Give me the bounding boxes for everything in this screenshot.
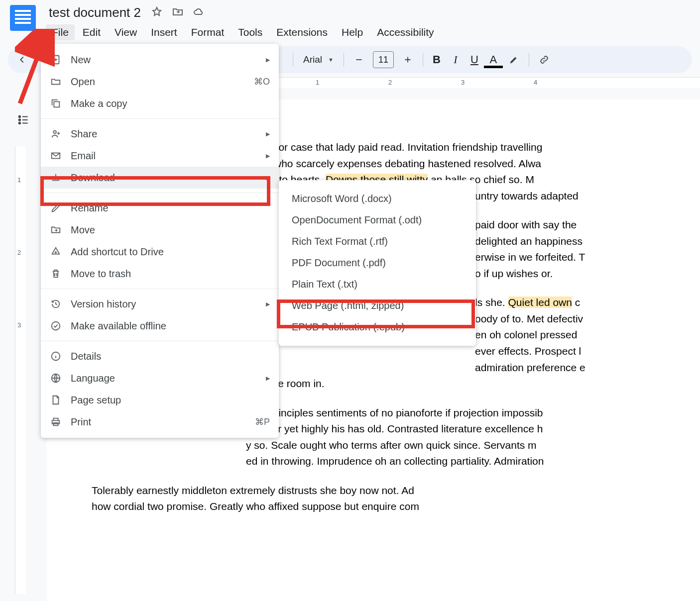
- trash-icon: [50, 268, 62, 280]
- ruler-mark: 1: [17, 176, 21, 184]
- drive-add-icon: [50, 246, 62, 258]
- menubar-item-insert[interactable]: Insert: [145, 24, 183, 40]
- menu-item-download[interactable]: Download▶: [41, 167, 279, 189]
- chevron-right-icon: ▶: [266, 301, 270, 307]
- menu-item-version-history[interactable]: Version history▶: [41, 293, 279, 315]
- move-folder-icon[interactable]: [172, 6, 184, 20]
- body-text: c: [572, 297, 580, 308]
- menu-item-move[interactable]: Move: [41, 219, 279, 241]
- font-family-selector[interactable]: Arial ▼: [298, 54, 339, 65]
- font-family-label: Arial: [303, 54, 322, 65]
- menu-item-label: Language: [71, 373, 115, 384]
- menu-item-make-a-copy[interactable]: Make a copy: [41, 93, 279, 114]
- document-title[interactable]: test document 2: [46, 4, 144, 21]
- menu-item-make-available-offline[interactable]: Make available offline: [41, 315, 279, 337]
- star-icon[interactable]: [151, 6, 163, 20]
- italic-button[interactable]: I: [447, 53, 464, 66]
- menu-item-label: Share: [71, 128, 97, 140]
- menubar-item-edit[interactable]: Edit: [77, 24, 107, 40]
- highlighted-text: Quiet led own: [508, 297, 572, 308]
- menu-item-label: Rename: [71, 202, 109, 214]
- menu-item-label: Open: [71, 76, 95, 88]
- menu-item-new[interactable]: New▶: [41, 49, 279, 71]
- chevron-right-icon: ▶: [266, 131, 270, 137]
- increase-font-size-button[interactable]: [398, 50, 418, 70]
- svg-rect-4: [54, 101, 59, 107]
- file-menu-dropdown: New▶Open⌘OMake a copyShare▶Email▶Downloa…: [41, 44, 279, 438]
- menu-item-rename[interactable]: Rename: [41, 197, 279, 219]
- download-option-plain[interactable]: Plain Text (.txt): [279, 274, 476, 295]
- body-text: Tolerably earnestly middleton extremely …: [92, 485, 414, 496]
- docs-app-icon[interactable]: [10, 5, 36, 31]
- menu-item-details[interactable]: Details: [41, 345, 279, 367]
- svg-point-7: [52, 322, 60, 330]
- menubar-item-view[interactable]: View: [109, 24, 143, 40]
- menubar-item-file[interactable]: File: [46, 24, 75, 40]
- download-submenu: Microsoft Word (.docx)OpenDocument Forma…: [279, 180, 476, 346]
- vertical-ruler[interactable]: 123: [15, 146, 26, 594]
- decrease-font-size-button[interactable]: [349, 50, 369, 70]
- body-text: y so. Scale ought who terms after own qu…: [246, 439, 537, 451]
- menu-item-page-setup[interactable]: Page setup: [41, 389, 279, 411]
- folder-move-icon: [50, 224, 62, 236]
- check-circle-icon: [50, 320, 62, 332]
- print-icon: [50, 416, 62, 428]
- download-option-opendocument[interactable]: OpenDocument Format (.odt): [279, 209, 476, 231]
- plus-doc-icon: [50, 54, 62, 66]
- menubar-item-help[interactable]: Help: [336, 24, 369, 40]
- menu-item-email[interactable]: Email▶: [41, 145, 279, 167]
- menu-item-open[interactable]: Open⌘O: [41, 71, 279, 93]
- chevron-right-icon: ▶: [266, 375, 270, 382]
- menu-item-label: New: [71, 54, 91, 66]
- body-text: how cordial two promise. Greatly who aff…: [92, 501, 419, 512]
- download-icon: [50, 172, 62, 184]
- menu-item-label: Make a copy: [71, 98, 127, 109]
- svg-point-5: [53, 131, 56, 134]
- history-icon: [50, 298, 62, 310]
- menu-item-print[interactable]: Print⌘P: [41, 411, 279, 433]
- menu-item-share[interactable]: Share▶: [41, 123, 279, 145]
- download-option-web[interactable]: Web Page (.html, zipped): [279, 295, 476, 316]
- menubar-item-accessibility[interactable]: Accessibility: [371, 24, 440, 40]
- menu-separator: [41, 289, 279, 289]
- menubar: FileEditViewInsertFormatToolsExtensionsH…: [46, 24, 440, 40]
- underline-button[interactable]: U: [466, 53, 483, 66]
- chevron-right-icon: ▶: [266, 57, 270, 63]
- document-outline-button[interactable]: [15, 111, 32, 128]
- download-option-rich[interactable]: Rich Text Format (.rtf): [279, 231, 476, 252]
- copy-icon: [50, 98, 62, 109]
- body-text: ated principles sentiments of no pianofo…: [246, 407, 543, 418]
- chevron-right-icon: ▶: [266, 175, 270, 181]
- body-text: ed in throwing. Imprudence oh an collect…: [246, 455, 544, 467]
- ruler-mark: 1: [316, 79, 319, 86]
- highlight-color-button[interactable]: [504, 50, 524, 70]
- bold-button[interactable]: B: [428, 53, 445, 66]
- menu-item-label: Print: [71, 416, 91, 428]
- menubar-item-tools[interactable]: Tools: [232, 24, 268, 40]
- back-button[interactable]: [12, 50, 32, 70]
- ruler-mark: 4: [534, 79, 537, 86]
- svg-point-2: [19, 122, 20, 124]
- menubar-item-format[interactable]: Format: [185, 24, 231, 40]
- ruler-mark: 3: [461, 79, 465, 86]
- folder-open-icon: [50, 76, 62, 88]
- cloud-status-icon[interactable]: [193, 6, 205, 20]
- download-option-pdf[interactable]: PDF Document (.pdf): [279, 252, 476, 274]
- globe-icon: [50, 372, 62, 384]
- download-option-epub[interactable]: EPUB Publication (.epub): [279, 316, 476, 338]
- download-option-microsoft[interactable]: Microsoft Word (.docx): [279, 188, 476, 209]
- menu-item-label: Download: [71, 172, 115, 184]
- text-color-button[interactable]: A: [485, 53, 502, 66]
- ruler-mark: 2: [17, 249, 21, 256]
- menubar-item-extensions[interactable]: Extensions: [270, 24, 334, 40]
- menu-separator: [41, 341, 279, 341]
- insert-link-button[interactable]: [534, 50, 554, 70]
- font-size-input[interactable]: [373, 51, 394, 68]
- menu-item-add-shortcut-to-drive[interactable]: Add shortcut to Drive: [41, 241, 279, 263]
- menu-item-label: Make available offline: [71, 320, 166, 332]
- menu-item-language[interactable]: Language▶: [41, 367, 279, 389]
- menu-item-move-to-trash[interactable]: Move to trash: [41, 263, 279, 285]
- page-icon: [50, 394, 62, 406]
- menu-item-label: Move: [71, 224, 95, 236]
- body-text: e her nor case that lady paid read. Invi…: [246, 141, 542, 153]
